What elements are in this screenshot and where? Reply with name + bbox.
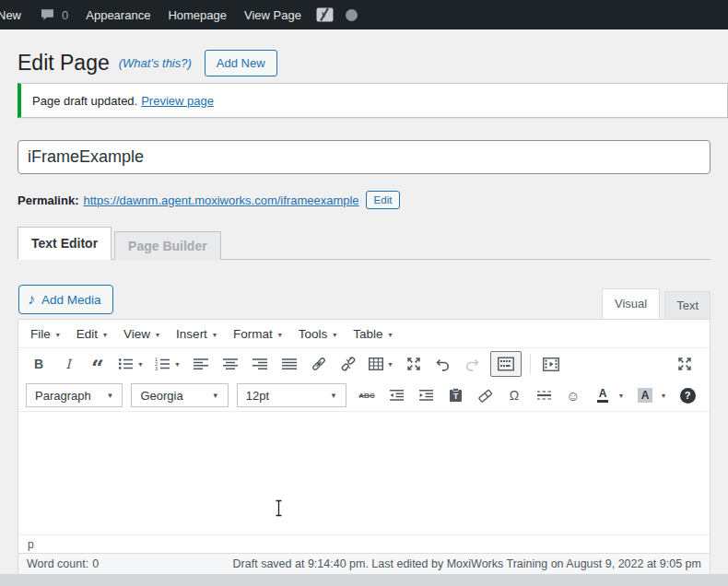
chevron-down-icon: ▼ <box>174 361 181 368</box>
numbered-list-button[interactable]: 123 ▼ <box>152 352 183 376</box>
menu-table[interactable]: Table▾ <box>345 320 400 347</box>
tab-text-editor[interactable]: Text Editor <box>18 227 112 260</box>
help-icon: ? <box>680 388 696 404</box>
insert-link-button[interactable] <box>307 352 331 376</box>
toolbar-row-2: Paragraph▼ Georgia▼ 12pt▼ ABC T Ω ☺ A ▼ … <box>18 380 710 412</box>
align-center-button[interactable] <box>218 352 242 376</box>
menu-format[interactable]: Format▾ <box>225 320 290 347</box>
toolbar-divider <box>530 354 531 374</box>
indent-icon <box>418 388 434 403</box>
chevron-down-icon: ▾ <box>56 329 60 339</box>
clear-formatting-button[interactable] <box>473 383 497 407</box>
background-color-dropdown[interactable]: ▼ <box>657 383 670 407</box>
permalink-label: Permalink: <box>18 193 78 207</box>
chevron-down-icon: ▾ <box>213 329 217 339</box>
remove-link-button[interactable] <box>336 352 360 376</box>
chevron-down-icon: ▼ <box>387 361 393 368</box>
chevron-down-icon: ▾ <box>388 329 392 339</box>
tab-page-builder[interactable]: Page Builder <box>114 231 221 260</box>
element-path-item[interactable]: p <box>28 538 34 551</box>
help-button[interactable]: ? <box>675 383 699 407</box>
paragraph-format-select[interactable]: Paragraph▼ <box>26 383 123 407</box>
admin-bar-comments[interactable]: 0 <box>41 8 68 22</box>
emoticons-button[interactable]: ☺ <box>561 383 585 407</box>
admin-bar: New 0 Appearance Homepage View Page <box>0 0 728 29</box>
bold-button[interactable]: B <box>27 352 51 376</box>
video-playlist-icon <box>543 357 559 371</box>
admin-bar-homepage[interactable]: Homepage <box>168 8 227 22</box>
horizontal-rule-button[interactable] <box>532 383 556 407</box>
justify-icon <box>282 357 297 371</box>
preview-page-link[interactable]: Preview page <box>141 94 214 108</box>
font-size-select[interactable]: 12pt▼ <box>237 383 346 407</box>
text-color-dropdown[interactable]: ▼ <box>615 383 628 407</box>
page-title: Edit Page <box>18 51 110 76</box>
word-count-value: 0 <box>92 557 99 570</box>
whats-this-link[interactable]: (What's this?) <box>119 56 192 70</box>
tab-visual[interactable]: Visual <box>602 288 660 319</box>
toolbar-toggle-icon <box>498 357 514 371</box>
admin-bar-appearance[interactable]: Appearance <box>86 8 150 22</box>
redo-icon <box>464 357 480 371</box>
chevron-down-icon: ▾ <box>278 329 282 339</box>
chevron-down-icon: ▼ <box>330 392 337 400</box>
text-color-button[interactable]: A <box>591 383 615 407</box>
menu-view[interactable]: View▾ <box>115 320 168 347</box>
video-playlist-button[interactable] <box>539 352 563 376</box>
chevron-down-icon: ▾ <box>333 329 336 339</box>
gray-circle-icon <box>346 9 358 21</box>
toolbar-toggle-button[interactable] <box>490 351 522 377</box>
admin-bar-new[interactable]: New <box>0 8 21 22</box>
bulleted-list-button[interactable]: ▼ <box>115 352 147 376</box>
status-bar: Word count: 0 Draft saved at 9:14:40 pm.… <box>18 554 710 575</box>
align-right-button[interactable] <box>248 352 272 376</box>
italic-button[interactable]: I <box>56 352 80 376</box>
page-title-input[interactable] <box>18 140 710 174</box>
editor-area: ♪ Add Media Visual Text File▾ Edit▾ View… <box>18 260 710 554</box>
fullscreen-button[interactable] <box>673 352 697 376</box>
background-color-button[interactable]: A <box>633 383 657 407</box>
paste-as-text-button[interactable]: T <box>443 383 467 407</box>
yoast-seo-icon[interactable] <box>316 7 334 22</box>
menu-file[interactable]: File▾ <box>22 320 68 347</box>
permalink-edit-button[interactable]: Edit <box>366 191 401 209</box>
admin-bar-view-page[interactable]: View Page <box>244 8 301 22</box>
justify-button[interactable] <box>277 352 301 376</box>
page-header: Edit Page (What's this?) Add New <box>18 49 710 76</box>
blockquote-button[interactable]: “ <box>86 352 110 376</box>
chevron-down-icon: ▾ <box>156 329 159 339</box>
indent-button[interactable] <box>414 383 438 407</box>
chevron-down-icon: ▼ <box>137 361 144 368</box>
chevron-down-icon: ▼ <box>212 392 219 400</box>
text-cursor-icon <box>274 499 284 517</box>
special-character-button[interactable]: Ω <box>502 383 526 407</box>
table-button[interactable]: ▼ <box>366 352 396 376</box>
font-family-select[interactable]: Georgia▼ <box>131 383 228 407</box>
editor-content[interactable] <box>18 412 710 534</box>
undo-button[interactable] <box>431 352 455 376</box>
add-media-button[interactable]: ♪ Add Media <box>18 285 113 314</box>
bottom-strip <box>0 574 728 586</box>
editor-tabs: Text Editor Page Builder <box>18 229 710 260</box>
eraser-icon <box>477 389 493 403</box>
media-icon: ♪ <box>28 291 35 308</box>
comment-bubble-icon <box>41 8 54 21</box>
permalink-url-link[interactable]: https://dawnm.agent.moxiworks.com/iframe… <box>83 193 358 207</box>
add-new-button[interactable]: Add New <box>205 50 277 76</box>
redo-button[interactable] <box>461 352 485 376</box>
outdent-button[interactable] <box>384 383 408 407</box>
numbered-list-icon: 123 <box>155 357 170 371</box>
align-left-button[interactable] <box>189 352 213 376</box>
mode-tabs: Visual Text <box>602 288 710 319</box>
distraction-free-button[interactable] <box>402 352 426 376</box>
menu-edit[interactable]: Edit▾ <box>68 320 115 347</box>
link-icon <box>311 357 327 371</box>
menu-tools[interactable]: Tools▾ <box>290 320 346 347</box>
strikethrough-button[interactable]: ABC <box>355 383 379 407</box>
unlink-icon <box>340 357 357 371</box>
menu-insert[interactable]: Insert▾ <box>168 320 225 347</box>
add-media-label: Add Media <box>41 293 101 307</box>
omega-icon: Ω <box>510 388 519 403</box>
svg-text:T: T <box>452 392 458 401</box>
tab-text[interactable]: Text <box>664 291 710 319</box>
